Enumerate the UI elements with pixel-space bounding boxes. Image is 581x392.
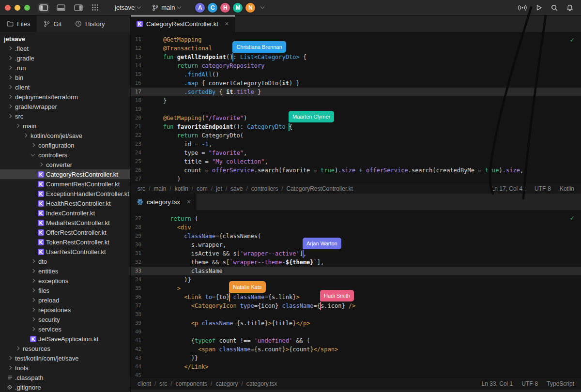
code-line-19[interactable]: 19 [131,105,581,114]
code-line-40[interactable]: 40 [131,328,581,336]
file-encoding[interactable]: UTF-8 [535,185,551,192]
workspace-switcher[interactable]: jetsave [115,4,140,11]
avatar-n[interactable]: N [245,2,256,14]
code-line-14[interactable]: 14 return categoryRepository [131,61,581,70]
code-line-39[interactable]: 39 <p className={s.title}>{title}</p> [131,319,581,328]
avatar-c[interactable]: C [207,2,218,14]
tree-item-categoryrestcontroller-kt[interactable]: CategoryRestController.kt [0,169,130,179]
editor-kotlin[interactable]: 11 @GetMapping12 @Transactional13 fun ge… [131,32,581,183]
chevron-right-icon[interactable] [6,115,14,118]
tree-item-main[interactable]: main [0,121,130,131]
code-line-43[interactable]: 43 )} [131,354,581,362]
tree-item--gradle[interactable]: .gradle [0,53,130,63]
tree-item-dto[interactable]: dto [0,256,130,266]
code-line-29[interactable]: 29 className={classNames( [131,232,581,241]
branch-switcher[interactable]: main [152,4,181,11]
chevron-right-icon[interactable] [29,144,37,147]
code-line-35[interactable]: 35 > [131,284,581,293]
chevron-right-icon[interactable] [14,124,21,127]
breadcrumb-segment[interactable]: category [215,380,238,387]
tree-item-client[interactable]: client [0,82,130,92]
tree-item-src[interactable]: src [0,111,130,121]
tree-item-files[interactable]: files [0,286,130,295]
code-line-33[interactable]: 33 className [131,267,581,275]
tree-item-offerrestcontroller-kt[interactable]: OfferRestController.kt [0,227,130,237]
panel-tab-history[interactable]: History [68,15,111,32]
code-line-44[interactable]: 44 </Link> [131,362,581,371]
chevron-right-icon[interactable] [6,86,14,89]
breadcrumb-segment[interactable]: src [159,380,167,387]
tree-item-exceptionhandlercontroller-kt[interactable]: ExceptionHandlerController.kt [0,189,130,198]
chevron-right-icon[interactable] [21,134,29,137]
panel-tab-git[interactable]: Git [37,15,68,32]
chevron-right-icon[interactable] [29,260,37,263]
code-line-20[interactable]: 20 @GetMapping("/favorite") [131,114,581,122]
tree-item-deployments-terraform[interactable]: deployments/terraform [0,92,130,102]
code-line-25[interactable]: 25 title = "My collection", [131,157,581,166]
chevron-right-icon[interactable] [29,328,37,331]
tree-item-commentrestcontroller-kt[interactable]: CommentRestController.kt [0,179,130,189]
tree-item--fleet[interactable]: .fleet [0,44,130,53]
tree-item-test-kotlin-com-jet-save[interactable]: test/kotlin/com/jet/save [0,353,130,363]
file-language[interactable]: Kotlin [560,185,574,192]
workspaces-grid-icon[interactable] [90,2,100,13]
tree-item-bin[interactable]: bin [0,73,130,82]
chevron-right-icon[interactable] [29,299,37,302]
chevron-right-icon[interactable] [29,289,37,292]
breadcrumb-segment[interactable]: main [153,185,166,192]
tree-item--classpath[interactable]: .classpath [0,373,130,382]
caret-position[interactable]: Ln 33, Col 1 [482,380,513,387]
toggle-left-panel-button[interactable] [38,3,49,13]
chevron-right-icon[interactable] [6,105,14,108]
toggle-right-panel-button[interactable] [73,3,84,13]
chevron-down-icon[interactable] [260,5,264,9]
code-line-31[interactable]: 31 isActive && s['wrapper--active']Arjan… [131,249,581,258]
tree-item-repositories[interactable]: repositories [0,305,130,315]
avatar-m[interactable]: M [232,2,244,14]
breadcrumb-segment[interactable]: jet [216,185,222,192]
tree-item--gitignore[interactable]: .gitignore [0,382,130,392]
tree-item-exceptions[interactable]: exceptions [0,276,130,286]
chevron-right-icon[interactable] [6,57,14,60]
tree-item-resources[interactable]: resources [0,344,130,353]
breadcrumb-segment[interactable]: com [197,185,208,192]
tree-item-gradle-wrapper[interactable]: gradle/wrapper [0,102,130,111]
code-line-41[interactable]: 41 {typeof count !== 'undefined' && ( [131,336,581,345]
editor-typescript[interactable]: 27 return (28 <div29 className={classNam… [131,210,581,378]
tree-item-configuration[interactable]: configuration [0,140,130,150]
notifications-bell-icon[interactable] [566,4,573,11]
chevron-right-icon[interactable] [6,66,14,69]
caret-position[interactable]: Ln 17, Col 42 [491,185,526,192]
file-encoding[interactable]: UTF-8 [521,380,538,387]
tree-item-kotlin-com-jet-save[interactable]: kotlin/com/jet/save [0,131,130,140]
tree-item-entities[interactable]: entities [0,266,130,276]
code-line-21[interactable]: 21 fun favoriteEndpoint(): CategoryDto M… [131,122,581,131]
tree-item-controllers[interactable]: controllers [0,150,130,160]
tree-item-services[interactable]: services [0,324,130,334]
tree-item-security[interactable]: security [0,315,130,324]
chevron-right-icon[interactable] [29,279,37,282]
toggle-bottom-panel-button[interactable] [55,3,67,13]
chevron-right-icon[interactable] [6,357,14,360]
search-icon[interactable] [551,4,558,11]
tree-item-indexcontroller-kt[interactable]: IndexController.kt [0,208,130,218]
code-line-28[interactable]: 28 <div [131,223,581,232]
chevron-right-icon[interactable] [14,347,21,350]
code-line-24[interactable]: 24 type = "favorite", [131,149,581,157]
breadcrumb-segment[interactable]: kotlin [175,185,188,192]
code-line-36[interactable]: 36 <Link to={to}Natalie Kats className={… [131,293,581,302]
tree-item-userrestcontroller-kt[interactable]: UserRestController.kt [0,247,130,256]
code-line-22[interactable]: 22 return CategoryDto( [131,131,581,140]
broadcast-icon[interactable] [518,4,527,11]
chevron-right-icon[interactable] [6,76,14,79]
chevron-right-icon[interactable] [29,318,37,321]
chevron-right-icon[interactable] [37,163,45,166]
zoom-window-button[interactable] [24,5,30,11]
breadcrumb-segment[interactable]: CategoryRestController.kt [287,185,353,192]
code-line-27[interactable]: 27 return ( [131,214,581,223]
tree-item--run[interactable]: .run [0,63,130,73]
tree-item-converter[interactable]: converter [0,160,130,169]
tree-item-preload[interactable]: preload [0,295,130,305]
tab-category-tsx[interactable]: category.tsx ✕ [131,194,197,210]
breadcrumb-segment[interactable]: category.tsx [246,380,277,387]
